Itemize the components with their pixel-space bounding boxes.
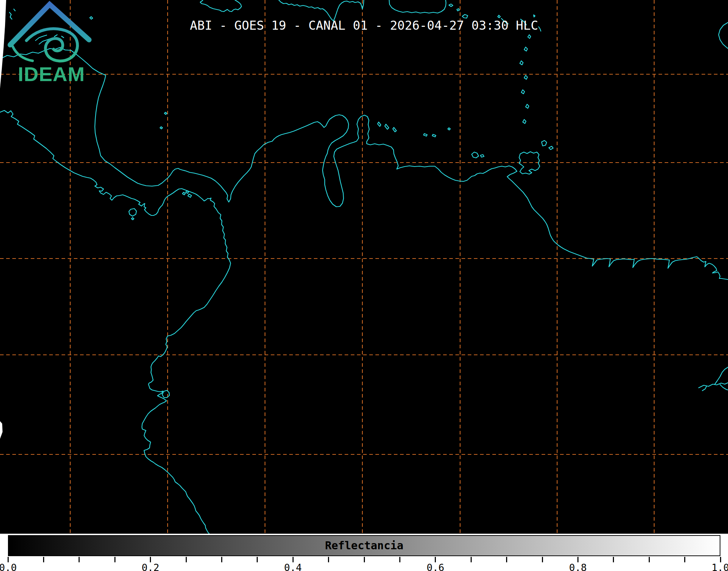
colorbar-tick (577, 557, 578, 562)
coastline (524, 75, 527, 79)
coastline (715, 367, 728, 385)
colorbar-tick (471, 557, 472, 562)
coastline (720, 385, 728, 390)
colorbar-tick (293, 557, 294, 562)
coastline (131, 218, 134, 220)
colorbar-tick-label: 0.8 (563, 562, 592, 571)
coastline (528, 35, 531, 38)
coastline (200, 0, 241, 12)
satellite-image-viewer: ABI - GOES 19 - CANAL 01 - 2026-04-27 03… (0, 0, 728, 571)
coastline (389, 0, 446, 13)
coastline (129, 209, 136, 216)
colorbar-tick (613, 557, 614, 562)
satellite-map: ABI - GOES 19 - CANAL 01 - 2026-04-27 03… (0, 0, 728, 534)
colorbar-area: Reflectancia 0.00.20.40.60.81.0 (0, 534, 728, 571)
coastline (457, 9, 459, 11)
colorbar-tick (435, 557, 436, 562)
coastline (480, 155, 484, 157)
colorbar-tick (257, 557, 258, 562)
projection-edge-patch (0, 421, 3, 439)
coastline (524, 47, 527, 51)
colorbar-tick (43, 557, 44, 562)
coastline (188, 194, 192, 197)
colorbar-tick (79, 557, 80, 562)
coastline (424, 134, 427, 136)
colorbar-tick-label: 0.0 (0, 562, 22, 571)
coastline (462, 14, 468, 18)
coastline (521, 90, 525, 94)
colorbar-tick-label: 0.4 (278, 562, 307, 571)
coastline (162, 390, 169, 398)
colorbar-tick (720, 557, 721, 562)
coastline (549, 146, 553, 150)
coastline (702, 386, 707, 391)
coastline (526, 104, 529, 108)
coastline (449, 4, 453, 7)
colorbar-tick (150, 557, 151, 562)
coastline (182, 192, 185, 195)
coastline (534, 15, 535, 17)
colorbar-tick (399, 557, 400, 562)
logo-mountain-eye-icon (10, 4, 89, 61)
colorbar-label: Reflectancia (9, 536, 720, 555)
coastline (523, 119, 526, 123)
colorbar-tick (506, 557, 507, 562)
coastline (699, 383, 728, 388)
coastline (432, 134, 436, 137)
logo-text: IDEAM (18, 63, 85, 85)
colorbar-tick (8, 557, 9, 562)
colorbar-tick-label: 0.2 (136, 562, 165, 571)
coastline (186, 191, 189, 193)
coastline (472, 152, 479, 158)
coastline (448, 128, 450, 130)
colorbar-tick-label: 1.0 (706, 562, 728, 571)
coastline (160, 127, 163, 129)
ideam-logo: IDEAM (0, 0, 109, 87)
image-title: ABI - GOES 19 - CANAL 01 - 2026-04-27 03… (0, 18, 728, 33)
colorbar-tick (186, 557, 187, 562)
coastline (378, 122, 381, 126)
colorbar-tick (221, 557, 222, 562)
colorbar-tick (114, 557, 115, 562)
coastline (164, 112, 167, 114)
colorbar-tick (364, 557, 365, 562)
colorbar-tick (542, 557, 543, 562)
colorbar-tick (328, 557, 329, 562)
colorbar-tick-label: 0.6 (421, 562, 450, 571)
colorbar-gradient: Reflectancia (8, 535, 720, 556)
coastline (393, 127, 396, 132)
coastline (520, 61, 523, 65)
coastline (0, 47, 728, 280)
coastline (385, 124, 389, 129)
coastline (542, 140, 547, 146)
colorbar-tick (649, 557, 650, 562)
colorbar-tick (684, 557, 685, 562)
map-svg (0, 0, 728, 534)
coastline (498, 15, 500, 18)
